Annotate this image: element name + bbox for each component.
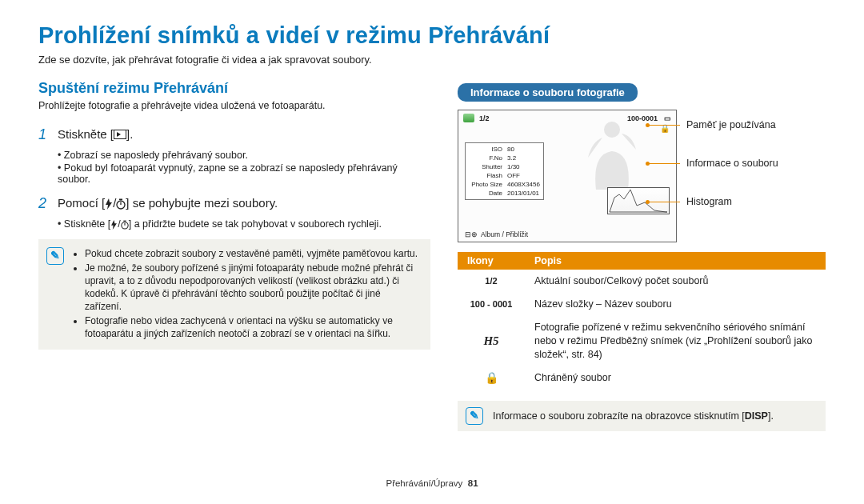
- note2-pre: Informace o souboru zobrazíte na obrazov…: [493, 410, 745, 422]
- page-title: Prohlížení snímků a videí v režimu Přehr…: [38, 22, 826, 49]
- icon-lock: 🔒: [458, 366, 525, 390]
- exif-flash-l: Flash: [469, 171, 502, 180]
- zoom-icon: ⊟⊕: [465, 230, 478, 238]
- disp-key: DISP: [745, 410, 768, 422]
- step2-sub-post: ] a přidržte budete se tak pohybovat v s…: [129, 218, 382, 230]
- callout-info: Informace o souboru: [685, 158, 778, 169]
- callout-hist: Histogram: [685, 196, 732, 207]
- callout-line: [648, 202, 680, 202]
- step-number: 1: [38, 126, 50, 143]
- info-badge: Informace o souboru fotografie: [458, 83, 638, 102]
- camera-lcd: 1/2 100-0001 ▭ 🔒 ISO80 F.No3.2: [458, 110, 677, 242]
- step-body: Pomocí [/] se pohybujte mezi soubory.: [58, 194, 430, 212]
- note2-text: Informace o souboru zobrazíte na obrazov…: [493, 410, 774, 422]
- right-column: Informace o souboru fotografie 1/2 100-0…: [458, 80, 826, 431]
- lcd-bottom: ⊟⊕ Album / Přiblížit: [465, 230, 528, 238]
- table-row: 🔒 Chráněný soubor: [458, 366, 826, 390]
- columns: Spuštění režimu Přehrávání Prohlížejte f…: [38, 80, 826, 431]
- desc-h5: Fotografie pořízené v režimu sekvenčního…: [525, 316, 826, 366]
- step1-post: ].: [126, 127, 133, 141]
- note2-post: ].: [768, 410, 774, 422]
- desc-lock: Chráněný soubor: [525, 366, 826, 390]
- step-2: 2 Pomocí [/] se pohybujte mezi soubory.: [38, 194, 430, 212]
- exif-fno-l: F.No: [469, 154, 502, 162]
- note-icon: ✎: [466, 407, 483, 425]
- play-icon: [114, 130, 126, 139]
- step1-sub2: Pokud byl fotoaparát vypnutý, zapne se a…: [58, 162, 430, 185]
- note1-li3: Fotografie nebo videa zachycená v orient…: [85, 314, 419, 340]
- photo-thumb-icon: [463, 114, 474, 122]
- exif-size-l: Photo Size: [469, 180, 502, 189]
- page-footer: Přehrávání/Úpravy 81: [0, 478, 864, 488]
- exif-iso-l: ISO: [469, 145, 502, 154]
- table-row: 100 - 0001 Název složky – Název souboru: [458, 293, 826, 316]
- step1-pre: Stiskněte [: [58, 127, 114, 141]
- step1-sublist: Zobrazí se naposledy přehrávaný soubor. …: [58, 150, 430, 185]
- page-root: Prohlížení snímků a videí v režimu Přehr…: [0, 0, 864, 504]
- icon-h5: H5: [458, 316, 525, 366]
- callout-hist-label: Histogram: [686, 196, 732, 207]
- svg-marker-0: [106, 198, 112, 210]
- note-icon: ✎: [46, 247, 64, 265]
- note-box-right: ✎ Informace o souboru zobrazíte na obraz…: [458, 401, 826, 431]
- step-body: Stiskněte [].: [58, 126, 430, 143]
- exif-date-l: Date: [469, 189, 502, 198]
- icon-counter: 1/2: [458, 270, 525, 293]
- th-icons: Ikony: [458, 252, 525, 270]
- desc-filecode: Název složky – Název souboru: [525, 293, 826, 316]
- step2-pre: Pomocí [: [58, 196, 105, 210]
- desc-counter: Aktuální soubor/Celkový počet souborů: [525, 270, 826, 293]
- step-number: 2: [38, 194, 50, 212]
- exif-iso-v: 80: [507, 145, 514, 154]
- callout-memory: Paměť je používána: [685, 119, 776, 130]
- note-box-left: ✎ Pokud chcete zobrazit soubory z vestav…: [38, 239, 430, 350]
- section-desc: Prohlížejte fotografie a přehrávejte vid…: [38, 100, 430, 111]
- callout-info-label: Informace o souboru: [686, 158, 778, 169]
- step2-post: ] se pohybujte mezi soubory.: [126, 196, 278, 210]
- exif-shutter-v: 1/30: [507, 162, 520, 171]
- exif-flash-v: OFF: [507, 171, 520, 180]
- step2-sub-pre: Stiskněte [: [64, 218, 110, 230]
- intro-text: Zde se dozvíte, jak přehrávat fotografie…: [38, 54, 826, 66]
- silhouette-icon: [572, 114, 652, 194]
- exif-fno-v: 3.2: [507, 154, 516, 162]
- note1-li2: Je možné, že soubory pořízené s jinými f…: [85, 262, 419, 313]
- callout-line: [648, 125, 680, 126]
- lcd-counter: 1/2: [479, 114, 490, 122]
- footer-section: Přehrávání/Úpravy: [386, 478, 462, 488]
- flash-icon: [110, 220, 118, 230]
- flash-icon: [105, 198, 113, 210]
- callout-memory-label: Paměť je používána: [686, 119, 776, 130]
- table-row: 1/2 Aktuální soubor/Celkový počet soubor…: [458, 270, 826, 293]
- callout-line: [648, 163, 680, 164]
- table-row: H5 Fotografie pořízené v režimu sekvenčn…: [458, 316, 826, 366]
- section-heading: Spuštění režimu Přehrávání: [38, 80, 430, 97]
- step1-sub1: Zobrazí se naposledy přehrávaný soubor.: [58, 150, 430, 161]
- icon-filecode: 100 - 0001: [458, 293, 525, 316]
- svg-marker-4: [111, 220, 117, 230]
- step2-sub: Stiskněte [/] a přidržte budete se tak p…: [58, 218, 430, 230]
- timer-icon: [116, 198, 126, 210]
- left-column: Spuštění režimu Přehrávání Prohlížejte f…: [38, 80, 430, 431]
- footer-page: 81: [468, 478, 478, 488]
- note-text: Pokud chcete zobrazit soubory z vestavěn…: [74, 247, 419, 342]
- note1-li1: Pokud chcete zobrazit soubory z vestavěn…: [85, 247, 419, 260]
- th-desc: Popis: [525, 252, 826, 270]
- svg-rect-3: [119, 199, 122, 201]
- memory-card-icon: ▭: [664, 114, 671, 122]
- exif-size-v: 4608X3456: [507, 180, 540, 189]
- lcd-bottom-text: Album / Přiblížit: [481, 230, 528, 238]
- exif-date-v: 2013/01/01: [507, 189, 539, 198]
- exif-shutter-l: Shutter: [469, 162, 502, 171]
- step2-sublist: Stiskněte [/] a přidržte budete se tak p…: [58, 218, 430, 230]
- exif-box: ISO80 F.No3.2 Shutter1/30 FlashOFF Photo…: [465, 142, 544, 200]
- timer-icon: [121, 220, 129, 230]
- step-1: 1 Stiskněte [].: [38, 126, 430, 143]
- display-area: 1/2 100-0001 ▭ 🔒 ISO80 F.No3.2: [458, 110, 826, 250]
- icon-table: Ikony Popis 1/2 Aktuální soubor/Celkový …: [458, 252, 826, 390]
- table-header-row: Ikony Popis: [458, 252, 826, 270]
- svg-rect-7: [123, 221, 126, 222]
